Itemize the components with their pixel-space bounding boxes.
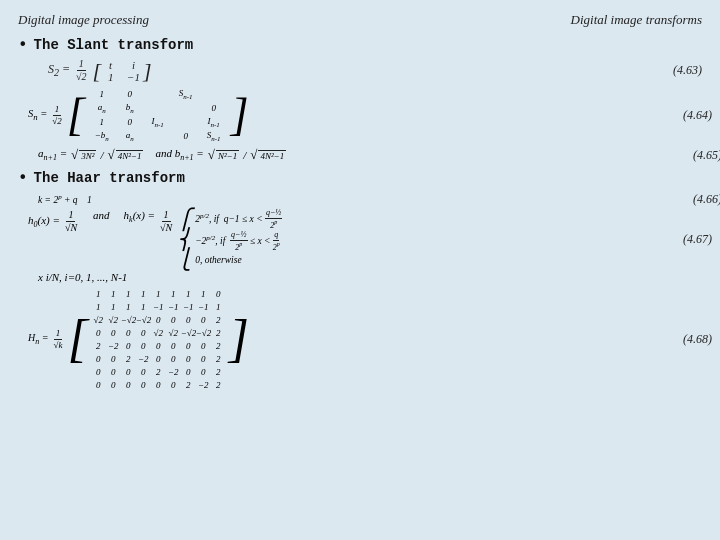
eq-4-64-math: Sn = 1 √2 [ 10Sn-1 anbn0 10In-1In-1 −bna… [28,87,249,143]
section-haar-title: • The Haar transform [18,169,702,187]
header-row: Digital image processing Digital image t… [18,12,702,28]
and-text: and [93,209,110,221]
eq-4-66-row: k = 2p + q 1 (4.66) [38,191,720,207]
bullet-2: • [18,169,28,187]
eq-4-63-math: S2 = 1 √2 [ ti 1−1 ] [48,58,152,83]
haar-h0-h1: h0(x) = 1 √N and hk(x) = 1 √N ⎧⎨⎩ [28,209,282,269]
eq-number-63: (4.63) [642,63,702,78]
eq-number-67: (4.67) [652,232,712,247]
eq-number-65: (4.65) [662,148,720,163]
eq-4-63-row: S2 = 1 √2 [ ti 1−1 ] (4.63) [48,58,702,83]
bullet-1: • [18,36,28,54]
haar-title-text: The Haar transform [34,170,185,186]
s2-frac: 1 √2 [74,58,89,83]
eq-4-64-row: Sn = 1 √2 [ 10Sn-1 anbn0 10In-1In-1 −bna… [28,87,712,143]
page: Digital image processing Digital image t… [0,0,720,540]
eq-4-65-math: an+1 = √ 3N² / √ 4N²−1 and bn+1 = √ N²−1… [38,147,286,163]
x-label-row: x i/N, i=0, 1, ..., N-1 [38,271,702,283]
s2-label: S2 = [48,62,70,78]
section-slant: • The Slant transform S2 = 1 √2 [ ti 1−1 [18,36,702,163]
s2-matrix-wrap: [ ti 1−1 ] [93,59,152,83]
eq-number-68: (4.68) [652,332,712,347]
eq-number-66: (4.66) [662,192,720,207]
section-haar: • The Haar transform k = 2p + q 1 (4.66)… [18,169,702,391]
slant-title-text: The Slant transform [34,37,194,53]
x-label-text: x i/N, i=0, 1, ..., N-1 [38,271,127,283]
eq-4-68-row: Hn = 1 √k [ 111111110 1111−1−1−1−11 √2√2… [28,287,712,391]
header-left: Digital image processing [18,12,149,28]
eq-4-65-row: an+1 = √ 3N² / √ 4N²−1 and bn+1 = √ N²−1… [38,147,720,163]
eq-4-66-math: k = 2p + q 1 [38,193,92,205]
eq-number-64: (4.64) [652,108,712,123]
header-right: Digital image transforms [571,12,702,28]
section-slant-title: • The Slant transform [18,36,702,54]
eq-4-67-row: h0(x) = 1 √N and hk(x) = 1 √N ⎧⎨⎩ [28,209,712,269]
hn-matrix: Hn = 1 √k [ 111111110 1111−1−1−1−11 √2√2… [28,287,249,391]
